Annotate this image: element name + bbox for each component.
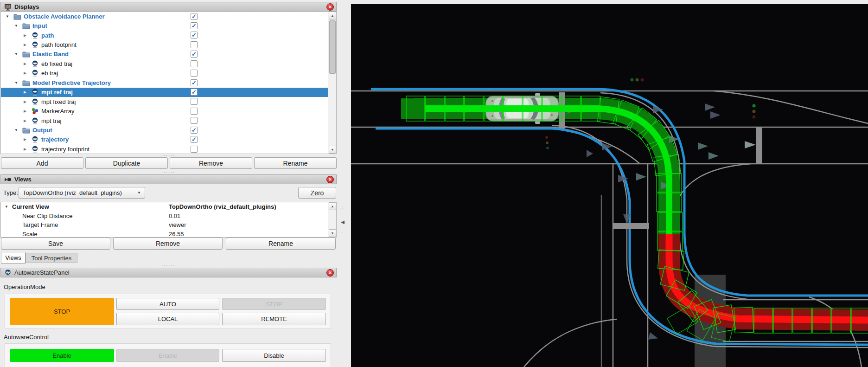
autoware-panel-titlebar[interactable]: AutowareStatePanel ✕ [0, 268, 337, 277]
scrollbar-thumb[interactable] [329, 20, 336, 74]
expand-arrow-icon[interactable]: ▶ [22, 43, 28, 47]
tree-item-mpt-fixed-traj[interactable]: ▶ mpt fixed traj [1, 97, 336, 106]
collapse-arrow-icon[interactable]: ▼ [13, 128, 19, 132]
expand-arrow-icon[interactable]: ▶ [22, 119, 28, 123]
collapse-arrow-icon[interactable]: ▼ [13, 81, 19, 85]
property-name: Target Frame [1, 221, 169, 228]
expand-arrow-icon[interactable]: ▶ [22, 71, 28, 75]
expand-arrow-icon[interactable]: ▶ [22, 62, 28, 66]
tree-item-mpt-traj[interactable]: ▶ mpt traj [1, 116, 336, 125]
displays-panel-titlebar[interactable]: Displays ✕ [0, 2, 337, 12]
visibility-checkbox[interactable] [191, 70, 198, 77]
scroll-down-icon[interactable]: ▼ [329, 146, 336, 154]
stop-mode-active-button[interactable]: STOP [10, 298, 114, 325]
tree-item-input[interactable]: ▼ Input ✓ [1, 21, 336, 30]
save-view-button[interactable]: Save [1, 238, 110, 250]
close-icon[interactable]: ✕ [326, 269, 334, 277]
table-scrollbar[interactable]: ▲ ▼ [328, 202, 336, 237]
visibility-checkbox[interactable]: ✓ [191, 127, 198, 134]
property-value[interactable]: 26.55 [169, 231, 184, 238]
scroll-down-icon[interactable]: ▼ [329, 229, 336, 237]
visibility-checkbox[interactable]: ✓ [191, 22, 198, 29]
views-panel-title: Views [14, 176, 32, 183]
tree-item-label: eb traj [41, 70, 58, 77]
scroll-up-icon[interactable]: ▲ [329, 12, 336, 19]
tree-item-label: MarkerArray [41, 108, 75, 115]
view-type-dropdown[interactable]: TopDownOrtho (rviz_default_plugins) ▼ [19, 187, 145, 199]
table-row[interactable]: Target Frame viewer [1, 220, 336, 230]
views-panel-titlebar[interactable]: Views ✕ [0, 174, 337, 184]
tab-views[interactable]: Views [1, 252, 26, 264]
property-name: Scale [1, 231, 169, 238]
collapse-arrow-icon[interactable]: ▼ [13, 52, 19, 56]
tab-tool-properties[interactable]: Tool Properties [26, 253, 77, 263]
expand-arrow-icon[interactable]: ▶ [22, 90, 28, 94]
scene-canvas [351, 4, 868, 367]
visibility-checkbox[interactable]: ✓ [191, 13, 198, 20]
expand-arrow-icon[interactable]: ▶ [22, 109, 28, 113]
trajectory-start-block [401, 98, 422, 119]
close-icon[interactable]: ✕ [326, 3, 334, 11]
tree-item-model-predictive-trajectory[interactable]: ▼ Model Predictive Trajectory ✓ [1, 78, 336, 87]
tree-item-eb-fixed-traj[interactable]: ▶ eb fixed traj [1, 59, 336, 68]
folder-icon [22, 127, 30, 134]
expand-arrow-icon[interactable]: ▶ [22, 100, 28, 104]
tree-item-trajectory[interactable]: ▶ trajectory ✓ [1, 135, 336, 144]
rename-view-button[interactable]: Rename [226, 238, 336, 250]
tree-item-trajectory-footprint[interactable]: ▶ trajectory footprint [1, 144, 336, 154]
rename-button[interactable]: Rename [254, 157, 337, 169]
collapse-panel-arrow-icon[interactable]: ◀ [340, 217, 345, 227]
enable-control-active-button[interactable]: Enable [10, 349, 114, 362]
tree-item-elastic-band[interactable]: ▼ Elastic Band ✓ [1, 50, 336, 59]
visibility-checkbox[interactable] [191, 98, 198, 105]
panel-splitter[interactable]: ··· ◀ ··· [337, 0, 351, 367]
property-value: TopDownOrtho (rviz_default_plugins) [169, 203, 276, 210]
visibility-checkbox[interactable]: ✓ [191, 32, 198, 39]
collapse-arrow-icon[interactable]: ▼ [5, 14, 10, 19]
table-row[interactable]: ▼ Current View TopDownOrtho (rviz_defaul… [1, 202, 336, 212]
visibility-checkbox[interactable]: ✓ [191, 89, 198, 96]
remove-view-button[interactable]: Remove [113, 238, 223, 250]
tree-item-obstacle-avoidance-planner[interactable]: ▼ Obstacle Avoidance Planner ✓ [1, 12, 336, 21]
scroll-up-icon[interactable]: ▲ [329, 202, 336, 210]
table-row[interactable]: Scale 26.55 [1, 230, 336, 238]
expand-arrow-icon[interactable]: ▶ [22, 147, 28, 151]
zero-button[interactable]: Zero [298, 187, 336, 199]
auto-mode-button[interactable]: AUTO [116, 298, 219, 310]
property-value[interactable]: viewer [169, 221, 186, 228]
remote-mode-button[interactable]: REMOTE [222, 313, 326, 325]
tree-item-path-footprint[interactable]: ▶ path footprint [1, 40, 336, 49]
duplicate-button[interactable]: Duplicate [85, 157, 168, 169]
property-value[interactable]: 0.01 [169, 212, 180, 219]
tree-item-markerarray[interactable]: ▶ MarkerArray [1, 106, 336, 116]
remove-button[interactable]: Remove [170, 157, 252, 169]
tree-item-mpt-ref-traj[interactable]: ▶ mpt ref traj ✓ [1, 88, 336, 97]
visibility-checkbox[interactable] [191, 146, 198, 153]
tree-scrollbar[interactable]: ▲ ▼ [328, 12, 336, 154]
visibility-checkbox[interactable] [191, 60, 198, 67]
visibility-checkbox[interactable] [191, 117, 198, 124]
close-icon[interactable]: ✕ [326, 176, 334, 183]
local-mode-button[interactable]: LOCAL [116, 313, 219, 325]
splitter-handle[interactable]: ······ [158, 155, 179, 157]
add-button[interactable]: Add [1, 157, 83, 169]
collapse-arrow-icon[interactable]: ▼ [13, 24, 19, 28]
splitter-handle[interactable]: ······ [158, 172, 179, 174]
tree-item-label: Elastic Band [32, 51, 69, 58]
visibility-checkbox[interactable] [191, 41, 198, 48]
splitter-handle[interactable]: ······ [158, 265, 179, 267]
table-row[interactable]: Near Clip Distance 0.01 [1, 212, 336, 221]
tree-item-path[interactable]: ▶ path ✓ [1, 31, 336, 40]
disable-control-button[interactable]: Disable [222, 349, 326, 362]
visibility-checkbox[interactable]: ✓ [191, 51, 198, 58]
render-viewport[interactable] [351, 4, 868, 367]
tree-item-output[interactable]: ▼ Output ✓ [1, 125, 336, 135]
left-panel-column: Displays ✕ ▼ Obstacle Avoidance Planner … [0, 0, 337, 367]
visibility-checkbox[interactable]: ✓ [191, 79, 198, 86]
tree-item-label: Obstacle Avoidance Planner [24, 13, 105, 20]
tree-item-eb-traj[interactable]: ▶ eb traj [1, 69, 336, 78]
visibility-checkbox[interactable]: ✓ [191, 136, 198, 143]
visibility-checkbox[interactable] [191, 108, 198, 115]
expand-arrow-icon[interactable]: ▶ [22, 137, 28, 142]
expand-arrow-icon[interactable]: ▶ [22, 33, 28, 38]
